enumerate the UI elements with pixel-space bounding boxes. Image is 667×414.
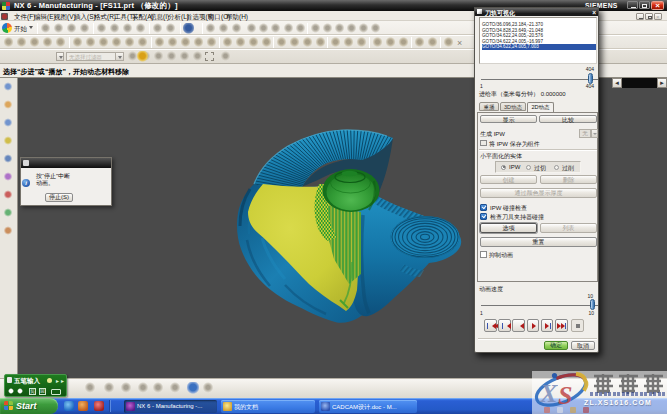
svg-text:X: X — [539, 379, 558, 408]
svg-text:S: S — [558, 381, 572, 410]
